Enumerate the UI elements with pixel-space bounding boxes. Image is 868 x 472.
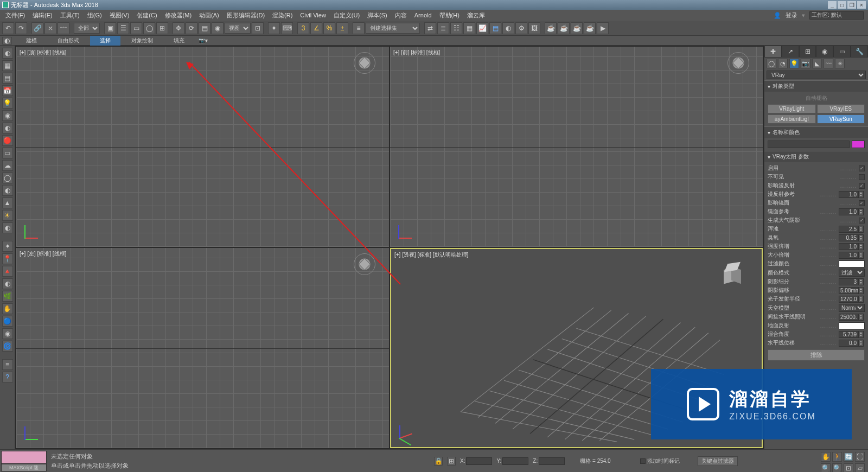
lt-btn-11[interactable]: ◯ [2, 173, 13, 183]
menu-create[interactable]: 创建(C) [133, 10, 160, 21]
btn-vraylight[interactable]: VRayLight [768, 104, 816, 113]
param-ground-control[interactable] [839, 322, 865, 329]
menu-liuyun[interactable]: 溜云库 [464, 10, 488, 21]
cat-systems[interactable]: ✳ [835, 59, 845, 68]
select-name-button[interactable]: ☰ [117, 22, 129, 34]
teapot4-button[interactable]: ☕ [584, 22, 596, 34]
exclude-button[interactable]: 排除 [768, 349, 865, 361]
ribbon-tab-populate[interactable]: 填充 [164, 36, 194, 46]
snap-toggle-button[interactable]: 3 [297, 22, 309, 34]
restore-button[interactable]: ❐ [847, 1, 856, 9]
ribbon-tab-freeform[interactable]: 自由形式 [48, 36, 89, 46]
lt-btn-14[interactable]: ☀ [2, 210, 13, 221]
cat-geometry[interactable]: ◯ [767, 59, 776, 68]
addtime-checkbox[interactable] [640, 458, 646, 464]
lt-btn-12[interactable]: ◐ [2, 185, 13, 196]
viewcube-left[interactable] [354, 253, 375, 275]
material-editor-button[interactable]: ◐ [502, 22, 514, 34]
param-specmult-control[interactable]: 1.0▲▼ [839, 208, 865, 215]
object-name-input[interactable] [768, 141, 850, 148]
param-turb-control[interactable]: 2.5▲▼ [839, 226, 865, 233]
menu-modifiers[interactable]: 修改器(M) [162, 10, 195, 21]
selection-filter[interactable]: 全部 [74, 23, 100, 34]
cmdtab-display[interactable]: ▭ [833, 46, 851, 58]
select-region-rect[interactable]: ▭ [130, 22, 142, 34]
cat-helpers[interactable]: ◣ [812, 59, 822, 68]
menu-views[interactable]: 视图(V) [106, 10, 133, 21]
menu-animation[interactable]: 动画(A) [196, 10, 222, 21]
unlink-button[interactable]: ⤫ [44, 22, 56, 34]
param-blend-control[interactable]: 5.739▲▼ [839, 331, 865, 338]
create-dropdown[interactable]: VRay [767, 71, 866, 79]
nav-walk-icon[interactable]: 🚶 [832, 452, 842, 462]
viewport-top-label[interactable]: [+] [顶] [标准] [线框] [20, 49, 66, 56]
param-size-control[interactable]: 1.0▲▼ [839, 252, 865, 259]
teapot1-button[interactable]: ☕ [545, 22, 557, 34]
spinner-snap-button[interactable]: ± [336, 22, 348, 34]
rollout-namecolor-header[interactable]: ▾ 名称和颜色 [764, 127, 868, 138]
cmdtab-modify[interactable]: ↗ [782, 46, 799, 58]
btn-vrayies[interactable]: VRayIES [817, 104, 865, 113]
menu-group[interactable]: 组(G) [84, 10, 105, 21]
coord-x-input[interactable] [466, 457, 492, 465]
window-crossing-button[interactable]: ⊞ [156, 22, 168, 34]
menu-help[interactable]: 帮助(H) [436, 10, 463, 21]
status-color-box[interactable] [1, 451, 47, 464]
lt-btn-10[interactable]: ☁ [2, 160, 13, 171]
user-icon[interactable]: 👤 [774, 12, 781, 19]
lt-btn-22[interactable]: 🔵 [2, 316, 13, 327]
param-atmos-control[interactable]: ✓ [859, 218, 865, 224]
select-region-circ[interactable]: ◯ [143, 22, 155, 34]
btn-vrayambient[interactable]: ayAmbientLigl [768, 114, 816, 124]
lt-btn-13[interactable]: ▲ [2, 197, 13, 208]
param-skymodel-control[interactable]: Normal [839, 304, 865, 312]
param-shsub-control[interactable]: 3▲▼ [839, 278, 865, 285]
move-button[interactable]: ✥ [173, 22, 184, 34]
ribbon-tab-modeling[interactable]: 建模 [16, 36, 47, 46]
param-intens-control[interactable]: 1.0▲▼ [839, 243, 865, 250]
undo-button[interactable]: ↶ [2, 22, 14, 34]
redo-button[interactable]: ↷ [15, 22, 27, 34]
minimize-button[interactable]: _ [828, 1, 837, 9]
layer-button[interactable]: ☷ [450, 22, 462, 34]
nav-fov-icon[interactable]: ▱ [855, 463, 865, 472]
menu-tools[interactable]: 工具(T) [57, 10, 83, 21]
angle-snap-button[interactable]: ∠ [310, 22, 322, 34]
lt-btn-15[interactable]: ◐ [2, 222, 13, 233]
cmdtab-utilities[interactable]: 🔧 [851, 46, 868, 58]
maximize-button[interactable]: □ [838, 1, 846, 9]
viewport-left[interactable]: [+] [左] [标准] [线框] [16, 248, 389, 448]
ribbon-tab-objectpaint[interactable]: 对象绘制 [122, 36, 163, 46]
nav-pan-icon[interactable]: ✋ [821, 452, 831, 462]
addtime-label[interactable]: 添加时间标记 [647, 457, 680, 465]
coord-z-input[interactable] [539, 457, 565, 465]
lt-btn-20[interactable]: 🌿 [2, 291, 13, 302]
viewport-front-label[interactable]: [+] [前] [标准] [线框] [393, 49, 440, 56]
viewcube-top[interactable] [354, 52, 375, 74]
param-horiz-control[interactable]: 25000.▲▼ [839, 314, 865, 321]
lt-btn-2[interactable]: ▦ [2, 60, 13, 71]
close-button[interactable]: × [857, 1, 866, 9]
param-invis-control[interactable] [859, 174, 865, 180]
cmdtab-create[interactable]: ✚ [764, 46, 782, 58]
keyboard-shortcut-button[interactable]: ⌨ [281, 22, 293, 34]
login-label[interactable]: 登录 [786, 11, 797, 20]
lt-btn-9[interactable]: ▭ [2, 148, 13, 158]
render-button[interactable]: ▶ [597, 22, 609, 34]
viewport-top[interactable]: [+] [顶] [标准] [线框] [16, 47, 389, 247]
viewport-persp-label[interactable]: [+] [透视] [标准] [默认明暗处理] [394, 251, 468, 259]
named-selection-set[interactable]: 创建选择集 [366, 23, 420, 34]
workspace-selector[interactable] [809, 11, 864, 20]
lt-btn-16[interactable]: ✦ [2, 241, 13, 252]
param-cmode-control[interactable]: 过滤 [839, 269, 865, 277]
rotate-button[interactable]: ⟳ [186, 22, 197, 34]
viewport-left-label[interactable]: [+] [左] [标准] [线框] [20, 250, 66, 258]
curve-editor-button[interactable]: 📈 [476, 22, 488, 34]
pivot-center-button[interactable]: ⊡ [252, 22, 264, 34]
teapot3-button[interactable]: ☕ [571, 22, 583, 34]
nav-zoomext-icon[interactable]: ⊡ [844, 463, 853, 472]
lt-btn-23[interactable]: ◉ [2, 328, 13, 339]
placement-button[interactable]: ◉ [212, 22, 224, 34]
align-button[interactable]: ≣ [437, 22, 449, 34]
cmdtab-hierarchy[interactable]: ⊞ [799, 46, 816, 58]
